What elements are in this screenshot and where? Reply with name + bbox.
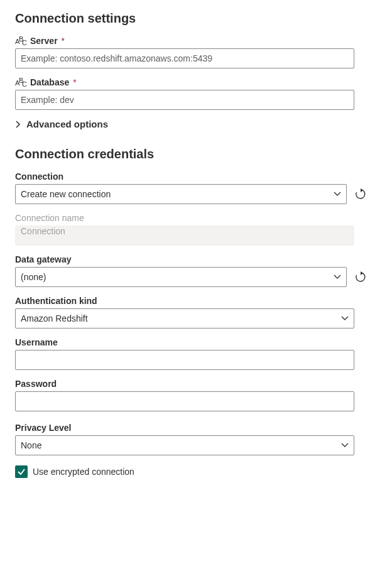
required-indicator: * [62, 36, 65, 46]
encrypted-label: Use encrypted connection [33, 467, 134, 477]
privacy-value: None [21, 440, 41, 450]
server-input[interactable] [15, 48, 354, 68]
encrypted-checkbox[interactable] [15, 465, 28, 478]
privacy-select[interactable]: None [15, 435, 354, 455]
refresh-gateway-button[interactable] [353, 269, 368, 285]
password-input[interactable] [15, 391, 354, 411]
text-type-icon: ABC [15, 36, 28, 45]
refresh-connection-button[interactable] [353, 187, 368, 202]
data-gateway-value: (none) [21, 272, 46, 282]
advanced-options-label: Advanced options [26, 119, 108, 129]
connection-field: Connection Create new connection [15, 171, 377, 204]
server-label-row: ABC Server * [15, 36, 377, 46]
connection-credentials-section: Connection credentials Connection Create… [15, 147, 377, 478]
username-field: Username [15, 337, 377, 370]
required-indicator: * [73, 77, 76, 87]
connection-settings-heading: Connection settings [15, 11, 377, 26]
auth-kind-value: Amazon Redshift [21, 313, 88, 323]
connection-settings-section: Connection settings ABC Server * ABC Dat… [15, 11, 377, 129]
username-input[interactable] [15, 350, 354, 370]
connection-name-field: Connection name Connection [15, 213, 377, 246]
chevron-right-icon [15, 121, 21, 128]
password-label: Password [15, 379, 377, 389]
refresh-icon [355, 188, 366, 200]
database-label: Database [30, 77, 69, 87]
advanced-options-expander[interactable]: Advanced options [15, 119, 377, 129]
connection-value: Create new connection [21, 189, 111, 199]
auth-kind-label: Authentication kind [15, 296, 377, 306]
checkmark-icon [17, 467, 26, 476]
data-gateway-label: Data gateway [15, 254, 377, 264]
connection-name-label: Connection name [15, 213, 377, 223]
encrypted-checkbox-row: Use encrypted connection [15, 465, 377, 478]
data-gateway-select[interactable]: (none) [15, 267, 347, 287]
auth-kind-field: Authentication kind Amazon Redshift [15, 296, 377, 329]
database-field: ABC Database * [15, 77, 377, 110]
auth-kind-select[interactable]: Amazon Redshift [15, 308, 354, 329]
connection-name-input: Connection [15, 225, 354, 246]
data-gateway-field: Data gateway (none) [15, 254, 377, 287]
username-label: Username [15, 337, 377, 347]
text-type-icon: ABC [15, 78, 28, 87]
server-field: ABC Server * [15, 36, 377, 68]
connection-select[interactable]: Create new connection [15, 184, 347, 204]
database-label-row: ABC Database * [15, 77, 377, 87]
connection-label: Connection [15, 171, 377, 182]
connection-credentials-heading: Connection credentials [15, 147, 377, 161]
server-label: Server [30, 36, 58, 46]
refresh-icon [355, 271, 366, 283]
password-field: Password [15, 379, 377, 411]
database-input[interactable] [15, 90, 354, 110]
chevron-down-icon [341, 315, 349, 322]
chevron-down-icon [341, 442, 349, 449]
chevron-down-icon [334, 190, 341, 198]
privacy-field: Privacy Level None [15, 423, 377, 455]
privacy-label: Privacy Level [15, 423, 377, 433]
chevron-down-icon [334, 273, 341, 281]
